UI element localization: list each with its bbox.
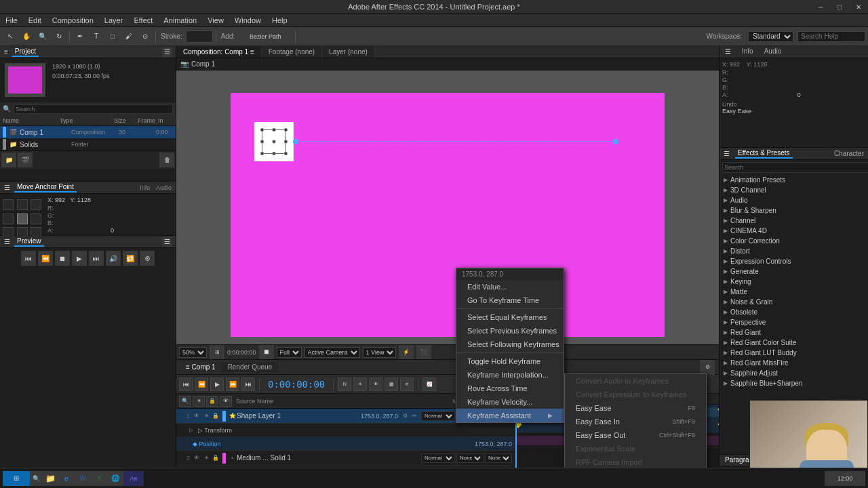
layer-2-track[interactable]: None [456, 453, 484, 463]
info-tab-audio[interactable]: Audio [156, 184, 172, 191]
preview-tab[interactable]: Preview [14, 237, 44, 247]
step-back-btn[interactable]: ⏪ [38, 251, 53, 266]
layer-2-parent[interactable]: None [485, 453, 512, 463]
fast-preview-btn[interactable]: ⚡ [399, 345, 414, 360]
menu-view[interactable]: View [202, 15, 229, 26]
effects-cat-obsolete[interactable]: ▶ Obsolete [719, 307, 868, 317]
camera-select[interactable]: Active Camera [304, 347, 360, 358]
effects-cat-generate[interactable]: ▶ Generate [719, 266, 868, 277]
step-fwd-btn[interactable]: ⏭ [89, 251, 104, 266]
effects-cat-rgcolorsuite[interactable]: ▶ Red Giant Color Suite [719, 338, 868, 348]
ctx-select-following[interactable]: Select Following Keyframes [456, 338, 564, 351]
ctx-edit-value[interactable]: Edit Value... [456, 280, 564, 293]
tl-play-btn[interactable]: ▶ [210, 378, 224, 391]
menu-file[interactable]: File [0, 15, 23, 26]
effects-cat-perspective[interactable]: ▶ Perspective [719, 317, 868, 327]
effects-cat-rglut[interactable]: ▶ Red Giant LUT Buddy [719, 348, 868, 358]
project-tab[interactable]: Project [12, 47, 39, 57]
layer-2-lock-icon[interactable]: 🔒 [212, 454, 220, 462]
ctx-select-previous[interactable]: Select Previous Keyframes [456, 324, 564, 338]
frame-blending-btn[interactable]: ▦ [384, 378, 398, 391]
taskbar-chrome[interactable]: 🌐 [107, 471, 123, 486]
skip-back-btn[interactable]: ⏮ [21, 251, 36, 266]
move-anchor-tab[interactable]: Move Anchor Point [14, 182, 77, 192]
layer-1-position-row[interactable]: ◆ Position 1753.0, 287.0 [176, 437, 515, 451]
layer-1-sub-transform[interactable]: ▷ ▷ Transform [176, 424, 515, 437]
taskbar-ae[interactable]: Ae [123, 471, 144, 486]
audio-btn[interactable]: 🔊 [106, 251, 121, 266]
taskbar-excel[interactable]: X [91, 471, 107, 486]
workspace-dropdown[interactable]: Standard [748, 31, 793, 42]
right-tab-preview[interactable]: Info [736, 46, 759, 58]
new-comp-btn[interactable]: 🎬 [18, 152, 33, 167]
zoom-select[interactable]: 50% [179, 347, 207, 358]
tool-zoom[interactable]: 🔍 [35, 29, 50, 44]
effects-cat-distort[interactable]: ▶ Distort [719, 246, 868, 256]
ctx-toggle-hold[interactable]: Toggle Hold Keyframe [456, 354, 564, 368]
anchor-tc[interactable] [17, 199, 28, 210]
solo-btn[interactable]: ☀ [353, 378, 367, 391]
resolution-select[interactable]: Full [277, 347, 302, 358]
fit-comp-btn[interactable]: ⊞ [210, 345, 224, 360]
effects-cat-matte[interactable]: ▶ Matte [719, 287, 868, 297]
effects-cat-expression[interactable]: ▶ Expression Controls [719, 256, 868, 266]
tl-last-frame-btn[interactable]: ⏭ [241, 378, 255, 391]
close-button[interactable]: ✕ [849, 0, 868, 14]
graph-editor-btn[interactable]: 📈 [422, 378, 436, 391]
tl-next-frame-btn[interactable]: ⏩ [226, 378, 239, 391]
ctx-easy-ease-out[interactable]: Easy Ease OutCtrl+Shift+F9 [565, 428, 706, 442]
anchor-mr[interactable] [31, 214, 41, 224]
tool-text[interactable]: T [89, 29, 104, 44]
layer-1-extra-2[interactable]: ✏ [410, 412, 418, 420]
layer-2-solo-icon[interactable]: ☀ [202, 454, 210, 462]
anchor-mc[interactable] [17, 214, 28, 224]
new-solid-btn[interactable]: N [338, 378, 351, 391]
menu-animation[interactable]: Animation [158, 15, 202, 26]
ctx-kf-assistant[interactable]: Keyframe Assistant▶ [456, 409, 564, 422]
render-queue-tab[interactable]: Render Queue [221, 362, 280, 372]
delete-item-btn[interactable]: 🗑 [159, 152, 174, 167]
anchor-tr[interactable] [31, 199, 41, 210]
character-tab[interactable]: Character [834, 150, 864, 157]
right-tab-audio[interactable]: Audio [759, 46, 787, 58]
comp-tab[interactable]: Composition: Comp 1 ≡ [176, 46, 262, 58]
kf-pos-mid[interactable] [717, 420, 719, 428]
tool-pen[interactable]: ✒ [73, 29, 87, 44]
effects-tab[interactable]: Effects & Presets [735, 148, 793, 159]
layer-1-video-icon[interactable]: 👁 [193, 412, 201, 420]
hide-shy-btn[interactable]: 👁 [369, 378, 382, 391]
menu-composition[interactable]: Composition [47, 15, 99, 26]
layer-solo-btn[interactable]: ☀ [193, 396, 205, 407]
anchor-ml[interactable] [3, 214, 14, 224]
ctx-easy-ease-in[interactable]: Easy Ease InShift+F9 [565, 415, 706, 428]
timeline-timecode[interactable]: 0:00:00:00 [264, 379, 329, 390]
taskbar-word[interactable]: W [75, 471, 91, 486]
effects-cat-color[interactable]: ▶ Color Correction [719, 236, 868, 246]
layer-1-extra-1[interactable]: ⚙ [401, 412, 409, 420]
stop-btn[interactable]: ⏹ [55, 251, 70, 266]
tool-rotate[interactable]: ↻ [52, 29, 66, 44]
effects-cat-animation[interactable]: ▶ Animation Presets [719, 175, 868, 185]
taskbar-ie[interactable]: e [58, 471, 75, 486]
play-btn[interactable]: ▶ [72, 251, 87, 266]
effects-cat-sapphire-blue[interactable]: ▶ Sapphire Blue+Sharpen [719, 378, 868, 388]
ctx-rove-across[interactable]: Rove Across Time [456, 382, 564, 395]
layer-1-mode[interactable]: Normal [421, 411, 455, 421]
layer-1-solo-icon[interactable]: ☀ [202, 412, 210, 420]
ctx-goto-kf-time[interactable]: Go To Keyframe Time [456, 293, 564, 307]
layer-1-lock-icon[interactable]: 🔒 [212, 412, 220, 420]
layer-lock-btn[interactable]: 🔒 [206, 396, 218, 407]
tl-prev-frame-btn[interactable]: ⏪ [195, 378, 208, 391]
layer-tab[interactable]: Layer (none) [322, 46, 375, 58]
anchor-tl[interactable] [3, 199, 14, 210]
effects-cat-rgmissfire[interactable]: ▶ Red Giant MissFire [719, 358, 868, 368]
tool-puppet[interactable]: ⊙ [138, 29, 153, 44]
ctx-easy-ease[interactable]: Easy EaseF9 [565, 401, 706, 415]
maximize-button[interactable]: □ [830, 0, 849, 14]
project-search-input[interactable] [14, 104, 173, 114]
effects-cat-3d[interactable]: ▶ 3D Channel [719, 185, 868, 195]
footage-tab[interactable]: Footage (none) [262, 46, 322, 58]
help-search[interactable] [797, 31, 865, 42]
start-btn[interactable]: ⊞ [3, 471, 30, 486]
timeline-comp1-tab[interactable]: ≡ Comp 1 [180, 362, 221, 372]
